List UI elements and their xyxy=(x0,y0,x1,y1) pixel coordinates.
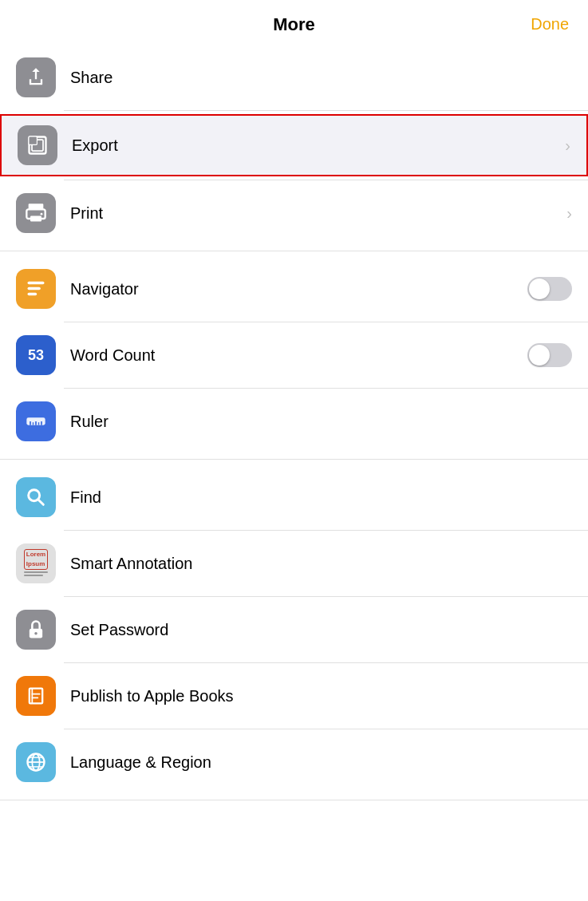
find-icon-wrap xyxy=(16,477,56,517)
word-count-item[interactable]: 53 Word Count xyxy=(0,326,588,385)
divider-nav-wc xyxy=(64,322,588,322)
word-count-icon-wrap: 53 xyxy=(16,335,56,375)
publish-books-label: Publish to Apple Books xyxy=(70,687,572,705)
export-chevron: › xyxy=(565,136,570,155)
lorem-line-1 xyxy=(24,571,48,573)
find-label: Find xyxy=(70,488,572,507)
share-label: Share xyxy=(70,69,572,87)
publish-books-icon-wrap xyxy=(16,676,56,716)
ruler-icon-wrap xyxy=(16,401,56,441)
language-region-label: Language & Region xyxy=(70,753,572,772)
ruler-item[interactable]: Ruler xyxy=(0,392,588,451)
print-item[interactable]: Print › xyxy=(0,184,588,243)
word-count-toggle[interactable] xyxy=(527,343,572,367)
language-region-icon-wrap xyxy=(16,742,56,782)
svg-rect-6 xyxy=(30,216,41,222)
page-title: More xyxy=(273,14,315,35)
language-region-icon xyxy=(25,751,47,773)
menu-section: Share Export › Print › xyxy=(0,48,588,800)
divider-share-export xyxy=(64,110,588,111)
svg-rect-11 xyxy=(29,282,32,285)
section-divider-2 xyxy=(0,459,588,460)
set-password-item[interactable]: Set Password xyxy=(0,600,588,659)
section-divider-bottom xyxy=(0,800,588,800)
lorem-badge: LoremIpsum xyxy=(24,549,48,570)
set-password-icon-wrap xyxy=(16,610,56,650)
divider-smart-password xyxy=(64,596,588,597)
svg-rect-9 xyxy=(28,287,41,290)
smart-annotation-label: Smart Annotation xyxy=(70,555,572,573)
export-item[interactable]: Export › xyxy=(0,114,588,176)
divider-wc-ruler xyxy=(64,388,588,389)
print-icon-wrap xyxy=(16,193,56,233)
divider-find-smart xyxy=(64,530,588,531)
svg-point-7 xyxy=(41,213,43,215)
section-divider-1 xyxy=(0,251,588,251)
navigator-item[interactable]: Navigator xyxy=(0,259,588,318)
set-password-label: Set Password xyxy=(70,621,572,639)
share-item[interactable]: Share xyxy=(0,48,588,107)
svg-line-19 xyxy=(38,500,43,504)
navigator-toggle[interactable] xyxy=(527,277,572,301)
navigator-icon xyxy=(25,278,47,300)
navigator-toggle-knob xyxy=(529,279,550,299)
share-icon xyxy=(25,66,47,89)
navigator-icon-wrap xyxy=(16,269,56,309)
header: More Done xyxy=(0,0,588,48)
lorem-line-2 xyxy=(24,575,43,576)
ruler-label: Ruler xyxy=(70,413,572,431)
word-count-toggle-knob xyxy=(529,345,550,366)
smart-annotation-icon-wrap: LoremIpsum xyxy=(16,543,56,583)
smart-annotation-item[interactable]: LoremIpsum Smart Annotation xyxy=(0,534,588,593)
divider-books-language xyxy=(64,729,588,729)
print-chevron: › xyxy=(566,204,572,223)
divider-password-books xyxy=(64,662,588,663)
export-icon xyxy=(26,134,49,156)
print-label: Print xyxy=(70,204,560,223)
svg-rect-10 xyxy=(28,293,37,296)
publish-books-icon xyxy=(25,685,47,707)
ruler-icon xyxy=(25,410,47,433)
share-icon-wrap xyxy=(16,57,56,97)
export-label: Export xyxy=(72,136,558,155)
export-icon-wrap xyxy=(18,125,57,165)
language-region-item[interactable]: Language & Region xyxy=(0,733,588,792)
svg-point-21 xyxy=(34,632,37,635)
svg-rect-3 xyxy=(30,137,37,144)
navigator-label: Navigator xyxy=(70,280,527,298)
word-count-badge: 53 xyxy=(28,347,44,364)
divider-export-print xyxy=(64,180,588,180)
done-button[interactable]: Done xyxy=(531,15,569,34)
word-count-label: Word Count xyxy=(70,346,527,365)
find-icon xyxy=(25,486,47,508)
find-item[interactable]: Find xyxy=(0,468,588,527)
lorem-lines xyxy=(24,571,48,578)
set-password-icon xyxy=(25,618,47,641)
publish-apple-books-item[interactable]: Publish to Apple Books xyxy=(0,666,588,725)
print-icon xyxy=(25,202,47,224)
